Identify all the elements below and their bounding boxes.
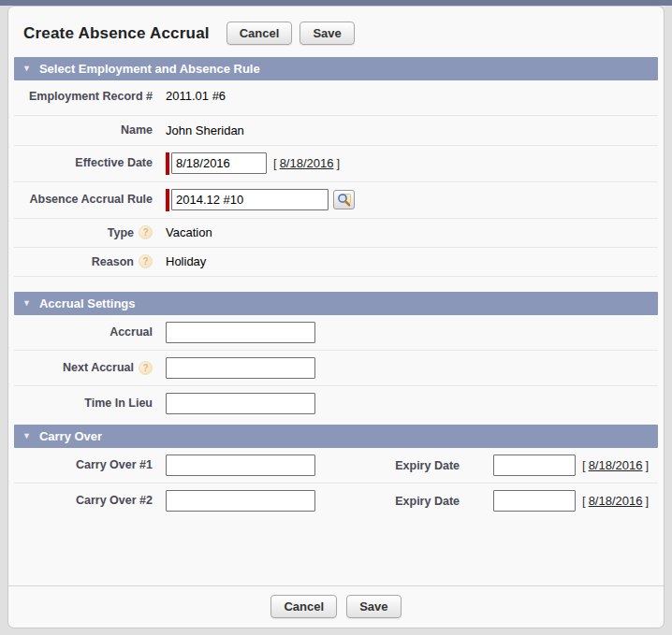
accrual-input[interactable] (166, 322, 315, 343)
effective-date-input[interactable] (171, 152, 267, 174)
field-label: Reason (92, 254, 134, 269)
field-label: Absence Accrual Rule (29, 192, 153, 207)
field-row-type: Type ? Vacation (14, 219, 658, 248)
section-employment: ▼ Select Employment and Absence Rule Emp… (14, 57, 658, 277)
field-label-expiry: Expiry Date (358, 495, 460, 508)
field-row-next-accrual: Next Accrual ? (14, 351, 658, 386)
carry-over-2-input[interactable] (166, 490, 315, 512)
today-date-link[interactable]: 8/18/2016 (589, 458, 643, 472)
collapse-triangle-icon: ▼ (22, 432, 31, 440)
bracket-open: [ (582, 458, 586, 472)
save-button[interactable]: Save (299, 22, 354, 45)
bracket-open: [ (273, 156, 277, 170)
next-accrual-input[interactable] (166, 357, 315, 379)
cancel-button-bottom[interactable]: Cancel (270, 595, 337, 618)
date-link-wrap: [8/18/2016] (273, 156, 340, 170)
required-indicator (166, 152, 169, 175)
expiry-date-2-input[interactable] (493, 490, 576, 512)
field-row-employment-record: Employment Record # 2011.01 #6 (14, 80, 658, 116)
field-row-carry-over-1: Carry Over #1 Expiry Date [8/18/2016] (14, 448, 658, 483)
required-indicator (166, 189, 169, 211)
section-accrual-settings: ▼ Accrual Settings Accrual Next Accrual … (14, 292, 658, 421)
field-label: Accrual (110, 325, 153, 339)
field-value: 2011.01 #6 (166, 89, 226, 103)
field-row-time-in-lieu: Time In Lieu (14, 386, 658, 421)
field-label: Type (108, 225, 134, 240)
save-button-bottom[interactable]: Save (346, 595, 401, 618)
date-link-wrap: [8/18/2016] (582, 458, 649, 472)
time-in-lieu-input[interactable] (166, 393, 315, 414)
today-date-link[interactable]: 8/18/2016 (280, 156, 334, 170)
field-label: Name (121, 123, 153, 137)
field-label: Employment Record # (29, 89, 153, 104)
field-label: Carry Over #1 (76, 457, 153, 472)
lookup-button[interactable] (333, 190, 355, 209)
field-label: Time In Lieu (84, 396, 153, 411)
footer-buttons: Cancel Save (8, 585, 664, 628)
help-icon[interactable]: ? (139, 361, 153, 375)
cancel-button[interactable]: Cancel (226, 22, 293, 45)
bracket-close: ] (645, 494, 649, 508)
bracket-close: ] (336, 156, 340, 170)
carry-over-1-input[interactable] (166, 455, 315, 476)
create-absence-accrual-panel: Create Absence Accrual Cancel Save ▼ Sel… (7, 6, 665, 628)
bracket-open: [ (582, 494, 586, 508)
collapse-triangle-icon: ▼ (22, 299, 31, 308)
field-row-absence-accrual-rule: Absence Accrual Rule (14, 182, 658, 219)
field-row-carry-over-2: Carry Over #2 Expiry Date [8/18/2016] (14, 483, 658, 518)
date-link-wrap: [8/18/2016] (582, 494, 649, 508)
field-label: Effective Date (75, 155, 153, 170)
section-header-accrual-settings[interactable]: ▼ Accrual Settings (14, 292, 658, 315)
field-value: Holiday (166, 254, 206, 268)
absence-accrual-rule-input[interactable] (171, 189, 329, 210)
magnifier-icon (337, 193, 352, 208)
field-row-effective-date: Effective Date [8/18/2016] (14, 146, 658, 182)
section-header-carry-over[interactable]: ▼ Carry Over (14, 425, 658, 448)
field-row-accrual: Accrual (14, 315, 658, 351)
header-buttons: Cancel Save (226, 22, 355, 45)
field-label: Carry Over #2 (76, 493, 153, 508)
today-date-link[interactable]: 8/18/2016 (589, 494, 643, 508)
help-icon[interactable]: ? (139, 225, 153, 239)
page-header: Create Absence Accrual Cancel Save (8, 7, 664, 57)
bracket-close: ] (645, 458, 649, 472)
field-row-name: Name John Sheridan (14, 116, 658, 145)
field-row-reason: Reason ? Holiday (14, 248, 658, 277)
section-title: Select Employment and Absence Rule (39, 62, 260, 76)
field-label: Next Accrual (63, 360, 134, 375)
help-icon[interactable]: ? (139, 254, 153, 268)
collapse-triangle-icon: ▼ (22, 65, 31, 73)
field-label-expiry: Expiry Date (358, 459, 460, 472)
field-value: John Sheridan (166, 123, 244, 137)
section-title: Carry Over (39, 429, 102, 443)
section-title: Accrual Settings (39, 296, 136, 310)
page-title: Create Absence Accrual (23, 24, 210, 43)
expiry-date-1-input[interactable] (493, 455, 576, 476)
section-header-employment[interactable]: ▼ Select Employment and Absence Rule (14, 57, 658, 80)
section-carry-over: ▼ Carry Over Carry Over #1 Expiry Date [… (14, 425, 658, 518)
field-value: Vacation (166, 225, 212, 239)
